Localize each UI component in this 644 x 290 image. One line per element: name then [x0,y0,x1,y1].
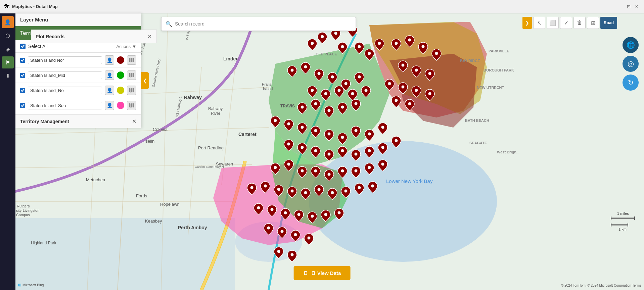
restore-button[interactable]: ⊡ [625,3,632,10]
territory-name-t3[interactable] [28,87,102,94]
svg-text:Perth Amboy: Perth Amboy [178,225,207,230]
select-all-checkbox[interactable] [20,44,26,49]
svg-point-81 [415,89,418,92]
compass-icon: ◎ [628,59,634,68]
svg-text:West Brigh...: West Brigh... [497,150,519,154]
svg-point-87 [301,126,304,129]
svg-point-108 [341,170,344,173]
svg-point-97 [328,153,331,156]
territory-checkbox-t2[interactable] [20,73,25,78]
territory-person-button[interactable]: 👤 [105,101,114,110]
svg-point-94 [287,143,290,146]
svg-point-60 [344,82,348,85]
cursor-select-button[interactable]: ↖ [533,17,545,29]
territory-map-button[interactable] [127,70,136,80]
svg-point-116 [304,191,307,194]
svg-point-100 [368,149,371,152]
sidebar-network-icon[interactable]: ⬡ [2,30,14,42]
svg-point-105 [301,170,304,173]
actions-button[interactable]: Actions ▼ [116,44,136,49]
sidebar-person-icon[interactable]: 👤 [2,16,14,28]
svg-point-78 [428,72,431,75]
territory-map-button[interactable] [127,101,136,110]
svg-text:Campus: Campus [16,213,30,217]
svg-point-58 [318,72,321,75]
svg-point-83 [395,99,398,102]
svg-point-70 [341,106,344,109]
view-data-button[interactable]: 🗒 🗒 View Data [294,266,351,280]
svg-point-86 [287,123,290,126]
rotate-button[interactable]: ↻ [623,75,639,91]
svg-point-67 [301,106,304,109]
collapse-chevron-icon: ❮ [143,78,147,83]
territory-checkbox-t4[interactable] [20,103,25,108]
territory-checkbox-t1[interactable] [20,58,25,63]
svg-text:Garden State Pkwy N: Garden State Pkwy N [195,165,224,168]
svg-point-53 [358,45,361,48]
svg-text:NEW UTRECHT: NEW UTRECHT [477,86,504,90]
svg-point-103 [274,166,277,169]
territory-name-t1[interactable] [28,56,102,64]
cursor-icon: ↖ [537,20,542,26]
plot-records-close-button[interactable]: ✕ [147,33,152,40]
delete-button[interactable]: 🗑 [573,17,586,29]
svg-point-111 [381,163,384,166]
sidebar-download-icon[interactable]: ⬇ [2,70,14,82]
search-input[interactable] [175,21,352,27]
bing-logo: ⊞ Microsoft Bing [18,283,44,287]
svg-point-73 [408,39,411,42]
compass-button[interactable]: ◎ [623,56,639,72]
toolbar-expand-left-icon: ❯ [525,20,529,26]
territory-person-button[interactable]: 👤 [105,70,114,80]
svg-point-99 [355,153,358,156]
sidebar-flag-icon[interactable]: ⚑ [2,56,14,68]
svg-point-110 [368,166,371,169]
territory-person-button[interactable]: 👤 [105,55,114,65]
svg-point-113 [264,185,267,188]
collapse-panel-button[interactable]: ❮ [141,72,149,89]
territory-row: 👤 [15,98,141,113]
territory-row: 👤 [15,53,141,68]
svg-point-84 [408,102,411,105]
svg-point-95 [301,146,304,149]
rectangle-select-button[interactable]: ⬜ [547,17,559,29]
expand-button[interactable]: ⊞ [587,17,599,29]
rectangle-icon: ⬜ [549,20,556,26]
svg-text:Colonia: Colonia [153,127,168,132]
svg-point-118 [331,191,334,194]
toolbar-expand-left-button[interactable]: ❯ [522,17,532,29]
svg-point-109 [355,170,358,173]
confirm-button[interactable]: ✓ [560,17,572,29]
sidebar-layers-icon[interactable]: ◈ [2,43,14,55]
territory-management-close-button[interactable]: ✕ [132,118,136,125]
territory-map-button[interactable] [127,86,136,95]
svg-point-126 [311,215,314,218]
svg-text:1 miles: 1 miles [617,211,629,215]
road-view-button[interactable]: Road [600,17,617,29]
svg-point-80 [402,86,405,89]
search-icon: 🔍 [166,21,172,27]
svg-text:SEAGATE: SEAGATE [469,141,487,145]
territory-row: 👤 [15,83,141,98]
svg-point-125 [297,213,301,216]
svg-point-106 [314,170,317,173]
globe-button[interactable]: 🌐 [623,37,639,53]
copyright-text: © 2024 TomTom, © 2024 Microsoft Corporat… [561,284,641,287]
territory-checkbox-t3[interactable] [20,88,25,93]
svg-text:Rahway: Rahway [184,95,202,100]
svg-point-57 [304,65,307,68]
territory-name-t2[interactable] [28,71,102,79]
svg-point-114 [277,188,280,191]
territory-management-label: Territory Management [20,119,132,124]
svg-point-74 [422,45,425,48]
svg-text:Rahway: Rahway [208,106,223,111]
territory-name-t4[interactable] [28,102,102,109]
territory-person-button[interactable]: 👤 [105,86,114,95]
svg-text:Port Reading: Port Reading [198,145,224,150]
view-data-icon: 🗒 [303,270,308,276]
svg-point-56 [291,69,294,72]
close-button[interactable]: ✕ [633,3,640,10]
svg-point-127 [324,213,327,216]
territory-map-button[interactable] [127,55,136,65]
svg-point-71 [355,102,358,105]
